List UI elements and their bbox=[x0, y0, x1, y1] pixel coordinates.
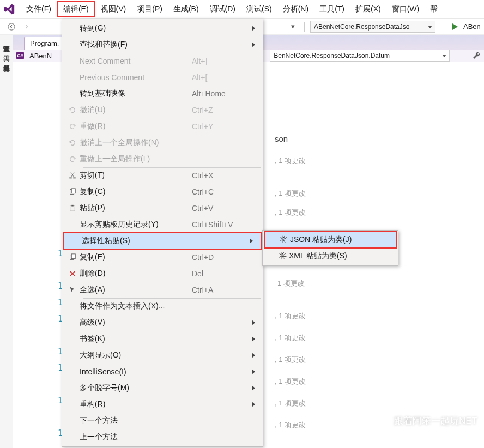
menu-item-label: 书签(K) bbox=[80, 334, 192, 344]
nav-back-button[interactable] bbox=[5, 21, 17, 33]
paste-special-item[interactable]: 将 JSON 粘贴为类(J) bbox=[264, 231, 397, 249]
edit-menu-dropdown: 转到(G)查找和替换(F)Next CommentAlt+]Previous C… bbox=[62, 19, 263, 447]
edit-menu-item[interactable]: 多个脱字号(M) bbox=[62, 380, 263, 396]
vs-logo-icon bbox=[3, 3, 15, 15]
edit-menu-item[interactable]: 上一个方法 bbox=[62, 429, 263, 445]
menu-item-label: 下一个方法 bbox=[80, 416, 192, 426]
menu-file[interactable]: 文件(F) bbox=[21, 2, 57, 16]
edit-menu-item[interactable]: 高级(V) bbox=[62, 314, 263, 331]
wrench-icon[interactable] bbox=[472, 51, 481, 60]
nav-member-combo[interactable]: BenNetCore.ResponseDataJson.Datum bbox=[270, 50, 450, 62]
menu-item-label: 转到(G) bbox=[80, 23, 192, 33]
edit-menu-item[interactable]: 删除(D)Del bbox=[62, 265, 263, 282]
menu-item-shortcut: Alt+] bbox=[192, 57, 252, 65]
edit-menu-item[interactable]: 剪切(T)Ctrl+X bbox=[62, 167, 263, 184]
edit-menu-item[interactable]: 下一个方法 bbox=[62, 413, 263, 429]
submenu-arrow-icon bbox=[252, 401, 258, 409]
menu-item-shortcut: Ctrl+Z bbox=[192, 106, 252, 114]
edit-menu-item[interactable]: 粘贴(P)Ctrl+V bbox=[62, 200, 263, 216]
edit-menu-item[interactable]: 选择性粘贴(S) bbox=[63, 232, 262, 250]
menu-item-label: 多个脱字号(M) bbox=[80, 383, 192, 393]
chevron-down-icon[interactable]: ▾ bbox=[287, 21, 299, 33]
menu-item-label: 复制(E) bbox=[80, 252, 192, 262]
menu-item-shortcut: Ctrl+A bbox=[192, 286, 252, 294]
menu-item-icon bbox=[65, 106, 80, 114]
startup-project-combo[interactable]: ABenNetCore.ResponseDataJso bbox=[310, 21, 435, 33]
edit-menu-item: 重做上一全局操作(L) bbox=[62, 151, 263, 167]
edit-menu-item[interactable]: 显示剪贴板历史记录(Y)Ctrl+Shift+V bbox=[62, 216, 263, 233]
menu-test[interactable]: 测试(S) bbox=[241, 2, 277, 16]
csharp-icon: C# bbox=[16, 52, 24, 59]
menu-item-label: 撤消(U) bbox=[80, 105, 192, 115]
menu-item-label: 复制(C) bbox=[80, 187, 192, 197]
edit-menu-item[interactable]: 重构(R) bbox=[62, 396, 263, 413]
nav-project[interactable]: ABenN bbox=[29, 52, 52, 60]
menu-item-label: 大纲显示(O) bbox=[80, 350, 192, 360]
svg-rect-4 bbox=[71, 189, 75, 193]
code-fragment: son bbox=[275, 134, 288, 143]
submenu-arrow-icon bbox=[252, 319, 258, 327]
menu-item-icon bbox=[65, 270, 80, 277]
menu-item-shortcut: Ctrl+X bbox=[192, 171, 252, 180]
paste-special-submenu: 将 JSON 粘贴为类(J)将 XML 粘贴为类(S) bbox=[262, 230, 398, 266]
menu-item-label: 重做(R) bbox=[80, 122, 192, 131]
svg-point-0 bbox=[8, 23, 15, 29]
start-debug-icon[interactable] bbox=[452, 23, 458, 30]
edit-menu-item[interactable]: 书签(K) bbox=[62, 331, 263, 347]
edit-menu-item[interactable]: 转到基础映像Alt+Home bbox=[62, 86, 263, 102]
edit-menu-item[interactable]: 转到(G) bbox=[62, 20, 263, 37]
start-debug-label[interactable]: ABen bbox=[463, 22, 481, 31]
menu-item-label: 撤消上一个全局操作(N) bbox=[80, 138, 192, 148]
menu-project[interactable]: 项目(P) bbox=[131, 2, 168, 16]
menu-item-shortcut: Ctrl+D bbox=[192, 253, 252, 262]
menu-item-icon bbox=[65, 286, 80, 294]
menu-tools[interactable]: 工具(T) bbox=[314, 2, 350, 16]
watermark-text: 跟着阿笨一起玩NET bbox=[394, 415, 477, 427]
edit-menu-item: Previous CommentAlt+[ bbox=[62, 69, 263, 86]
menu-item-label: 高级(V) bbox=[80, 318, 192, 328]
edit-menu-item[interactable]: 复制(E)Ctrl+D bbox=[62, 249, 263, 265]
wechat-icon bbox=[378, 416, 391, 427]
menu-item-shortcut: Ctrl+Y bbox=[192, 122, 252, 131]
menu-item-label: 重做上一全局操作(L) bbox=[80, 154, 192, 164]
menu-item-label: 上一个方法 bbox=[80, 432, 192, 442]
svg-rect-8 bbox=[71, 254, 75, 259]
edit-menu-item[interactable]: 将文件作为文本插入(X)... bbox=[62, 298, 263, 314]
submenu-arrow-icon bbox=[252, 368, 258, 376]
menu-edit[interactable]: 编辑(E) bbox=[57, 1, 95, 17]
menu-item-icon bbox=[65, 172, 80, 179]
menu-item-icon bbox=[65, 155, 80, 163]
edit-menu-item: 重做(R)Ctrl+Y bbox=[62, 118, 263, 135]
menu-extensions[interactable]: 扩展(X) bbox=[350, 2, 386, 16]
menu-item-shortcut: Ctrl+Shift+V bbox=[192, 220, 252, 229]
menu-item-label: 查找和替换(F) bbox=[80, 40, 192, 50]
menu-view[interactable]: 视图(V) bbox=[95, 2, 132, 16]
svg-rect-6 bbox=[71, 205, 74, 207]
submenu-arrow-icon bbox=[252, 384, 258, 392]
menu-item-label: 显示剪贴板历史记录(Y) bbox=[80, 220, 192, 229]
edit-menu-item: 撤消(U)Ctrl+Z bbox=[62, 102, 263, 118]
menu-debug[interactable]: 调试(D) bbox=[204, 2, 241, 16]
menu-item-label: 转到基础映像 bbox=[80, 89, 192, 99]
menu-item-label: 选择性粘贴(S) bbox=[82, 236, 190, 246]
menu-item-icon bbox=[65, 139, 80, 147]
menu-item-label: 将文件作为文本插入(X)... bbox=[80, 301, 192, 311]
menu-item-label: 重构(R) bbox=[80, 399, 192, 409]
submenu-arrow-icon bbox=[252, 335, 258, 343]
menu-window[interactable]: 窗口(W) bbox=[386, 2, 425, 16]
edit-menu-item[interactable]: 查找和替换(F) bbox=[62, 37, 263, 53]
edit-menu-item[interactable]: 全选(A)Ctrl+A bbox=[62, 282, 263, 298]
menu-item-label: 粘贴(P) bbox=[80, 203, 192, 213]
paste-special-item[interactable]: 将 XML 粘贴为类(S) bbox=[263, 248, 398, 264]
menu-build[interactable]: 生成(B) bbox=[168, 2, 204, 16]
edit-menu-item: 撤消上一个全局操作(N) bbox=[62, 135, 263, 151]
edit-menu-item[interactable]: 复制(C)Ctrl+C bbox=[62, 184, 263, 200]
edit-menu-item[interactable]: 大纲显示(O) bbox=[62, 347, 263, 364]
menu-analyze[interactable]: 分析(N) bbox=[277, 2, 314, 16]
menu-help[interactable]: 帮 bbox=[425, 2, 443, 16]
nav-member-text: BenNetCore.ResponseDataJson.Datum bbox=[274, 52, 390, 59]
nav-forward-button[interactable] bbox=[21, 21, 33, 33]
edit-menu-item[interactable]: IntelliSense(I) bbox=[62, 364, 263, 380]
submenu-arrow-icon bbox=[252, 41, 258, 49]
submenu-arrow-icon bbox=[250, 237, 256, 245]
